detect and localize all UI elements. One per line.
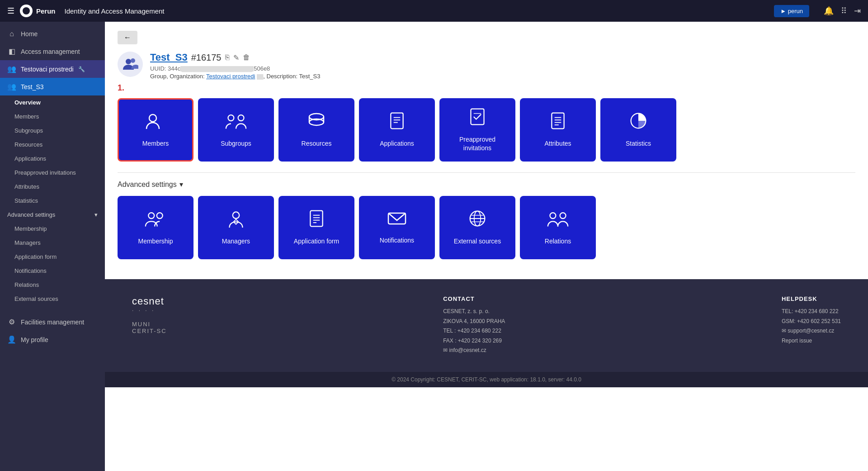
footer-copyright: © 2024 Copyright: CESNET, CERIT-SC, web … [105,372,868,387]
tile-subgroups[interactable]: Subgroups [198,98,274,162]
apps-icon[interactable]: ⠿ [841,6,847,16]
report-issue-link[interactable]: Report issue [782,338,812,344]
sidebar-sub-managers[interactable]: Managers [0,236,105,250]
tile-members[interactable]: Members [118,98,193,162]
tile-notifications[interactable]: Notifications [359,196,435,259]
notifications-tile-icon [387,210,407,231]
relations-tile-icon [547,209,569,232]
logout-icon[interactable]: ⇥ [854,6,861,16]
sidebar-sub-applications[interactable]: Applications [0,152,105,166]
sidebar-sub-subgroups[interactable]: Subgroups [0,124,105,138]
preapproved-tile-icon [469,108,486,130]
back-button[interactable]: ← [118,31,137,44]
tile-attributes-label: Attributes [541,139,575,147]
perun-button[interactable]: ► perun [774,5,809,17]
tile-attributes[interactable]: Attributes [520,98,596,162]
sidebar-sub-preapproved[interactable]: Preapproved invitations [0,166,105,180]
sidebar-sub-appform[interactable]: Application form [0,250,105,264]
cesnet-dots: · · · · [132,307,167,314]
svg-rect-22 [310,211,322,227]
delete-icon[interactable]: 🗑 [243,53,250,62]
contact-heading: CONTACT [443,295,505,302]
attributes-tile-icon [550,112,566,134]
contact-details: CESNET, z. s. p. o. ZIKOVA 4, 16000 PRAH… [443,307,505,356]
tile-statistics[interactable]: Statistics [600,98,676,162]
tile-managers[interactable]: Managers [198,196,274,259]
tile-external[interactable]: External sources [439,196,515,259]
tile-relations[interactable]: Relations [520,196,596,259]
svg-rect-13 [552,113,564,129]
main-tiles-grid: Members Subgroups [118,98,855,162]
sidebar-item-facilities[interactable]: ⚙ Facilities management [0,313,105,331]
sidebar: ⌂ Home ◧ Access management 👥 Testovaci p… [0,22,105,471]
helpdesk-details: TEL: +420 234 680 222 GSM: +420 602 252 … [782,307,841,346]
sidebar-sub-attributes[interactable]: Attributes [0,180,105,194]
sidebar-label-access: Access management [21,48,80,55]
tile-membership-label: Membership [134,237,176,245]
topbar: ☰ Perun Identity and Access Management ►… [0,0,868,22]
group-org: Group, Organization: Testovaci prostredi… [150,73,855,80]
sidebar-sub-overview[interactable]: Overview [0,95,105,109]
svg-rect-7 [391,113,403,129]
tile-resources[interactable]: Resources [278,98,354,162]
sidebar-label-profile: My profile [21,336,48,343]
edit-icon[interactable]: ✎ [233,53,239,62]
tile-statistics-label: Statistics [622,139,655,147]
sidebar-advanced-header[interactable]: Advanced settings ▾ [0,208,105,222]
members-tile-icon [145,112,166,134]
section-number: 1. [118,83,855,93]
sidebar-item-my-profile[interactable]: 👤 My profile [0,331,105,348]
sidebar-sub-relations[interactable]: Relations [0,278,105,292]
sidebar-sub-external[interactable]: External sources [0,292,105,306]
helpdesk-heading: HELPDESK [782,295,841,302]
menu-icon[interactable]: ☰ [7,6,14,16]
sidebar-sub-notifications[interactable]: Notifications [0,264,105,278]
footer-contact: CONTACT CESNET, z. s. p. o. ZIKOVA 4, 16… [443,295,505,356]
advanced-tiles-grid: Membership Managers [118,196,855,259]
notification-icon[interactable]: 🔔 [824,6,834,16]
svg-point-19 [148,213,154,219]
sidebar-sub-statistics[interactable]: Statistics [0,194,105,208]
badge-icon: 🔧 [78,66,85,72]
facilities-icon: ⚙ [7,318,16,326]
org-link[interactable]: Testovaci prostredi [206,73,255,80]
tile-applications[interactable]: Applications [359,98,435,162]
sidebar-advanced-label: Advanced settings [7,211,55,218]
sidebar-sub-membership[interactable]: Membership [0,222,105,236]
sidebar-sub-resources[interactable]: Resources [0,138,105,152]
tile-relations-label: Relations [541,237,575,245]
external-tile-icon [467,209,487,232]
group-name-row: Test_S3 #16175 ⎘ ✎ 🗑 [150,52,855,63]
cesnet-logo: cesnet · · · · [132,295,167,314]
resources-tile-icon [307,112,326,134]
advanced-settings-label: Advanced settings [118,181,177,189]
advanced-settings-header[interactable]: Advanced settings ▾ [118,178,855,190]
support-email-link[interactable]: support@cesnet.cz [788,328,834,334]
tile-appform[interactable]: Application form [278,196,354,259]
sidebar-item-home[interactable]: ⌂ Home [0,25,105,43]
tile-preapproved-label: Preapproved invitations [441,135,514,152]
muni-logo: MUNI CERIT-SC [132,321,167,334]
sidebar-sub-members[interactable]: Members [0,109,105,124]
tile-membership[interactable]: Membership [118,196,193,259]
footer-helpdesk: HELPDESK TEL: +420 234 680 222 GSM: +420… [782,295,841,346]
applications-tile-icon [389,112,405,134]
chevron-down-icon: ▾ [94,211,98,218]
sidebar-item-access-management[interactable]: ◧ Access management [0,43,105,60]
group-id: #16175 [191,52,222,63]
copy-icon[interactable]: ⎘ [225,53,230,62]
tile-preapproved[interactable]: Preapproved invitations [439,98,515,162]
managers-tile-icon [226,209,246,232]
group-name[interactable]: Test_S3 [150,52,188,63]
svg-point-20 [157,213,163,219]
svg-point-4 [238,115,244,121]
avatar [118,52,143,77]
sidebar-item-test-s3[interactable]: 👥 Test_S3 [0,78,105,95]
logo-circle [20,5,33,17]
logo-inner [23,7,30,14]
svg-point-2 [149,114,156,122]
group-header: Test_S3 #16175 ⎘ ✎ 🗑 UUID: 344c ████████… [118,52,855,80]
tile-subgroups-label: Subgroups [217,139,255,147]
sidebar-item-testovaci[interactable]: 👥 Testovaci prostredi 🔧 [0,60,105,78]
sidebar-label-tests3: Test_S3 [21,83,44,90]
